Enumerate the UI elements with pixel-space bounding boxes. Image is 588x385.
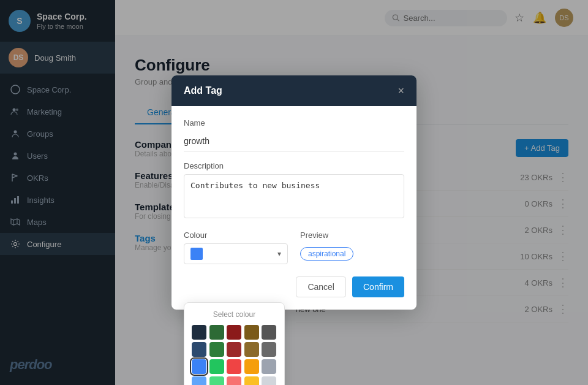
colour-preview-row: Colour ▾ Preview aspirational [184, 231, 404, 264]
description-textarea[interactable] [184, 174, 404, 218]
chevron-down-icon: ▾ [277, 250, 281, 258]
colour-selector[interactable]: ▾ [184, 243, 288, 264]
colour-swatch-button[interactable] [209, 376, 224, 385]
colour-swatch-button[interactable] [244, 342, 259, 357]
colour-swatch-button[interactable] [209, 342, 224, 357]
modal-overlay: Add Tag × Name Description Colour ▾ [0, 0, 588, 385]
colour-swatch-button[interactable] [192, 376, 206, 385]
colour-swatch-button[interactable] [262, 376, 276, 385]
colour-swatch-button[interactable] [209, 325, 224, 340]
picker-label: Select colour [192, 310, 277, 319]
colour-swatch-button[interactable] [227, 342, 241, 357]
modal-header: Add Tag × [172, 75, 417, 106]
colour-swatch-button[interactable] [244, 325, 259, 340]
name-field-group: Name [184, 118, 404, 151]
colour-swatch-button[interactable] [192, 342, 206, 357]
preview-tag: aspirational [300, 247, 353, 261]
preview-section: Preview aspirational [300, 231, 404, 264]
add-tag-modal: Add Tag × Name Description Colour ▾ [172, 75, 417, 310]
colour-swatch-button[interactable] [227, 325, 241, 340]
colour-swatch-button[interactable] [192, 359, 206, 374]
colour-swatch-button[interactable] [244, 376, 259, 385]
selected-colour-swatch [190, 248, 203, 260]
colour-swatch-button[interactable] [262, 342, 276, 357]
name-input[interactable] [184, 131, 404, 151]
colour-swatch-button[interactable] [262, 325, 276, 340]
colour-picker-dropdown: Select colour [184, 302, 285, 385]
colour-section: Colour ▾ [184, 231, 288, 264]
colour-swatch-button[interactable] [209, 359, 224, 374]
modal-title: Add Tag [184, 85, 222, 96]
preview-label: Preview [300, 231, 404, 240]
color-grid [192, 325, 277, 385]
colour-swatch-button[interactable] [227, 376, 241, 385]
name-label: Name [184, 118, 404, 128]
colour-swatch-button[interactable] [192, 325, 206, 340]
cancel-button[interactable]: Cancel [296, 276, 346, 297]
colour-swatch-button[interactable] [227, 359, 241, 374]
colour-swatch-button[interactable] [262, 359, 276, 374]
modal-body: Name Description Colour ▾ Preview [172, 106, 417, 264]
confirm-button[interactable]: Confirm [352, 276, 404, 297]
modal-close-button[interactable]: × [398, 85, 404, 96]
colour-label: Colour [184, 231, 288, 240]
description-label: Description [184, 161, 404, 170]
description-field-group: Description [184, 161, 404, 221]
colour-swatch-button[interactable] [244, 359, 259, 374]
